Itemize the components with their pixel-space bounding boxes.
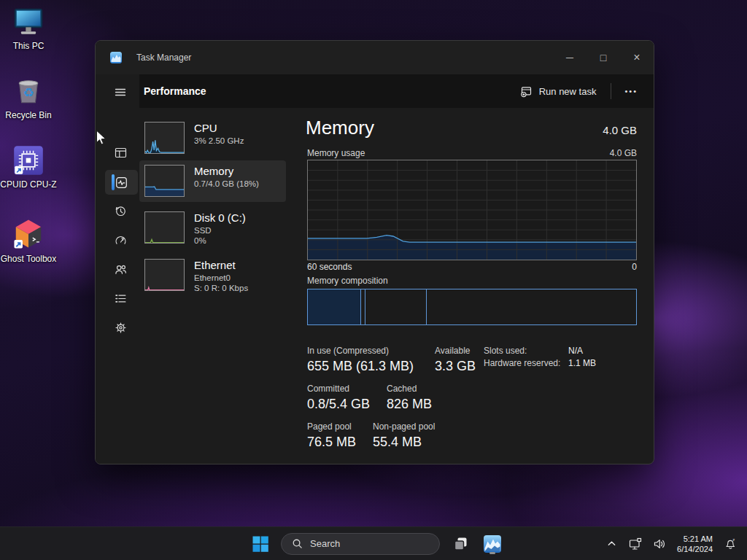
ethernet-sparkline-chart: [145, 260, 184, 290]
sidebar-item-startup-apps[interactable]: [106, 228, 135, 252]
minimize-button[interactable]: ─: [553, 41, 587, 74]
stat-label: Cached: [387, 384, 432, 394]
volume-tray-button[interactable]: [650, 532, 669, 556]
navigation-menu-button[interactable]: [106, 80, 135, 104]
sidebar-item-processes[interactable]: [106, 141, 135, 164]
processes-icon: [115, 147, 127, 159]
disk-mini-chart: [144, 211, 185, 244]
search-input[interactable]: Search: [281, 533, 440, 555]
composition-segment-free: [427, 289, 636, 324]
card-subtitle: SSD: [194, 225, 246, 236]
stat-value: 655 MB (61.3 MB): [307, 357, 414, 375]
card-title: Memory: [194, 164, 259, 179]
perf-card-memory[interactable]: Memory 0.7/4.0 GB (18%): [139, 160, 286, 202]
clock-date: 6/14/2024: [677, 544, 713, 554]
run-new-task-button[interactable]: Run new task: [513, 81, 604, 102]
memory-usage-area-chart: [308, 160, 636, 260]
disk-sparkline-chart: [145, 212, 184, 243]
sidebar: [96, 74, 139, 464]
desktop-icon-label: Ghost Toolbox: [1, 254, 57, 264]
sidebar-item-services[interactable]: [106, 316, 135, 339]
sidebar-item-users[interactable]: [106, 257, 135, 281]
sidebar-item-app-history[interactable]: [106, 199, 135, 222]
total-memory: 4.0 GB: [603, 124, 637, 139]
memory-usage-chart[interactable]: [307, 160, 637, 260]
card-title: CPU: [194, 121, 244, 136]
stat-value: 76.5 MB: [307, 433, 356, 451]
ethernet-mini-chart: [144, 259, 185, 291]
windows-logo-icon: [252, 535, 269, 553]
memory-mini-chart: [144, 165, 185, 197]
running-app-indicator: [489, 552, 495, 554]
users-icon: [115, 263, 127, 276]
taskbar-task-manager-button[interactable]: [481, 532, 504, 556]
more-options-button[interactable]: •••: [619, 82, 643, 100]
desktop-icon-label: CPUID CPU-Z: [0, 179, 56, 190]
card-subtitle2: S: 0 R: 0 Kbps: [194, 283, 248, 293]
recycle-bin-icon: ♻: [13, 75, 44, 107]
history-icon: [115, 205, 127, 217]
task-view-button[interactable]: [449, 532, 472, 556]
chevron-up-icon: [607, 539, 616, 548]
taskbar-clock[interactable]: 5:21 AM 6/14/2024: [677, 534, 713, 554]
system-tray: 5:21 AM 6/14/2024 z: [602, 527, 740, 560]
stat-label: Hardware reserved:: [484, 358, 568, 368]
memory-detail-panel: Memory 4.0 GB Memory usage 4.0 GB 60 sec…: [306, 108, 637, 464]
maximize-button[interactable]: □: [587, 41, 620, 74]
card-subtitle: 3% 2.50 GHz: [194, 136, 244, 146]
start-button[interactable]: [249, 532, 272, 556]
speaker-icon: [653, 537, 666, 551]
titlebar: Task Manager ─ □ ×: [96, 41, 654, 74]
card-title: Disk 0 (C:): [194, 211, 246, 225]
stat-value: 3.3 GB: [435, 357, 476, 375]
memory-composition-bar[interactable]: [307, 289, 637, 325]
stat-value: 1.1 MB: [568, 358, 596, 368]
composition-label: Memory composition: [307, 276, 388, 286]
perf-card-disk[interactable]: Disk 0 (C:) SSD 0%: [139, 207, 286, 248]
svg-text:z: z: [732, 537, 735, 542]
composition-segment-in-use: [308, 289, 361, 324]
window-controls: ─ □ ×: [553, 41, 654, 74]
new-task-icon: [520, 85, 533, 98]
stat-cached: Cached 826 MB: [387, 384, 432, 413]
details-list-icon: [115, 292, 127, 305]
stat-value: N/A: [568, 346, 583, 356]
sidebar-item-details[interactable]: [106, 287, 135, 310]
desktop-icon-cpuz[interactable]: CPUID CPU-Z: [0, 144, 57, 190]
perf-card-ethernet[interactable]: Ethernet Ethernet0 S: 0 R: 0 Kbps: [139, 254, 286, 295]
ghost-toolbox-icon: [12, 217, 45, 251]
selected-accent-pill: [112, 174, 115, 190]
window-title: Task Manager: [136, 52, 191, 63]
usage-chart-max: 4.0 GB: [610, 148, 637, 158]
search-icon: [292, 538, 303, 549]
bell-sleep-icon: z: [724, 537, 738, 551]
desktop: This PC ♻ Recycle Bin CPUID CPU-Z: [0, 0, 747, 560]
desktop-icon-recycle-bin[interactable]: ♻ Recycle Bin: [0, 75, 57, 120]
performance-icon: [115, 176, 128, 189]
hidden-icons-button[interactable]: [602, 532, 621, 556]
clock-time: 5:21 AM: [677, 534, 713, 544]
desktop-icon-label: Recycle Bin: [5, 110, 51, 120]
memory-sparkline-chart: [145, 166, 184, 196]
perf-card-cpu[interactable]: CPU 3% 2.50 GHz: [139, 117, 286, 158]
run-new-task-label: Run new task: [539, 86, 597, 97]
stat-value: 826 MB: [387, 395, 432, 413]
task-manager-taskbar-icon: [483, 534, 502, 553]
sidebar-item-performance[interactable]: [105, 170, 138, 195]
cpu-sparkline-chart: [145, 122, 184, 153]
desktop-icon-ghost-toolbox[interactable]: Ghost Toolbox: [0, 217, 57, 264]
card-subtitle: Ethernet0: [194, 273, 248, 283]
x-axis-right-label: 0: [632, 262, 637, 272]
network-tray-button[interactable]: [626, 532, 645, 556]
desktop-icon-this-pc[interactable]: This PC: [0, 6, 57, 51]
panel-title: Memory: [306, 117, 374, 139]
x-axis-left-label: 60 seconds: [307, 262, 352, 272]
stat-slots-used: Slots used: N/A: [484, 346, 583, 356]
hamburger-icon: [114, 86, 127, 98]
card-subtitle: 0.7/4.0 GB (18%): [194, 179, 259, 189]
stat-value: 55.4 MB: [373, 433, 435, 451]
stat-available: Available 3.3 GB: [435, 346, 476, 375]
notification-center-button[interactable]: z: [721, 532, 740, 556]
search-placeholder: Search: [310, 538, 340, 549]
close-button[interactable]: ×: [620, 41, 654, 74]
